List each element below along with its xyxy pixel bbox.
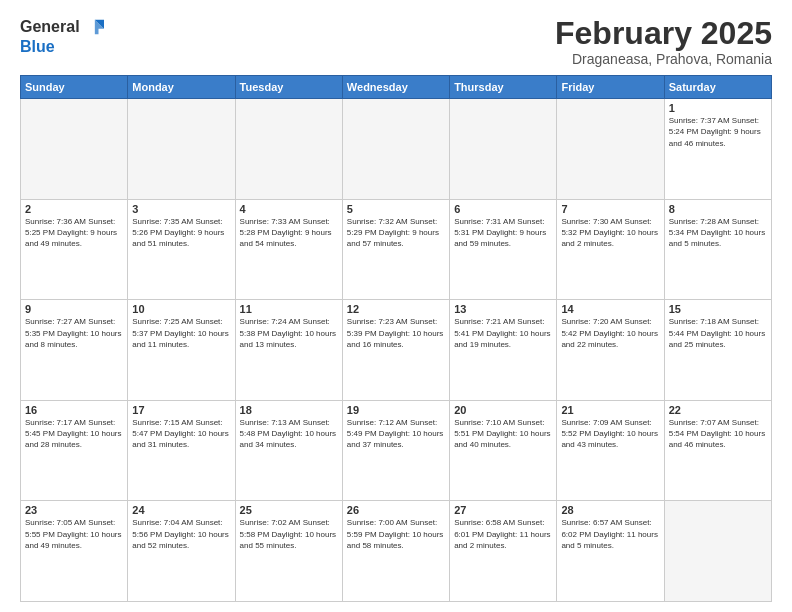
calendar-cell: 17Sunrise: 7:15 AM Sunset: 5:47 PM Dayli…	[128, 400, 235, 501]
calendar-cell: 18Sunrise: 7:13 AM Sunset: 5:48 PM Dayli…	[235, 400, 342, 501]
calendar-cell: 26Sunrise: 7:00 AM Sunset: 5:59 PM Dayli…	[342, 501, 449, 602]
day-number: 21	[561, 404, 659, 416]
day-number: 13	[454, 303, 552, 315]
day-number: 23	[25, 504, 123, 516]
calendar-cell: 8Sunrise: 7:28 AM Sunset: 5:34 PM Daylig…	[664, 199, 771, 300]
header-monday: Monday	[128, 76, 235, 99]
calendar-cell: 7Sunrise: 7:30 AM Sunset: 5:32 PM Daylig…	[557, 199, 664, 300]
day-number: 26	[347, 504, 445, 516]
day-info: Sunrise: 7:15 AM Sunset: 5:47 PM Dayligh…	[132, 417, 230, 451]
day-info: Sunrise: 7:02 AM Sunset: 5:58 PM Dayligh…	[240, 517, 338, 551]
logo: General	[20, 16, 104, 38]
weekday-header-row: Sunday Monday Tuesday Wednesday Thursday…	[21, 76, 772, 99]
logo-icon	[82, 16, 104, 38]
day-info: Sunrise: 7:27 AM Sunset: 5:35 PM Dayligh…	[25, 316, 123, 350]
day-number: 3	[132, 203, 230, 215]
day-number: 8	[669, 203, 767, 215]
calendar-cell: 16Sunrise: 7:17 AM Sunset: 5:45 PM Dayli…	[21, 400, 128, 501]
calendar-cell: 21Sunrise: 7:09 AM Sunset: 5:52 PM Dayli…	[557, 400, 664, 501]
calendar-cell: 19Sunrise: 7:12 AM Sunset: 5:49 PM Dayli…	[342, 400, 449, 501]
day-info: Sunrise: 7:28 AM Sunset: 5:34 PM Dayligh…	[669, 216, 767, 250]
day-number: 6	[454, 203, 552, 215]
day-number: 25	[240, 504, 338, 516]
calendar-cell	[342, 99, 449, 200]
day-number: 15	[669, 303, 767, 315]
calendar-cell	[128, 99, 235, 200]
calendar-cell	[235, 99, 342, 200]
calendar-cell	[21, 99, 128, 200]
month-title: February 2025	[555, 16, 772, 51]
day-info: Sunrise: 7:23 AM Sunset: 5:39 PM Dayligh…	[347, 316, 445, 350]
calendar-week-4: 23Sunrise: 7:05 AM Sunset: 5:55 PM Dayli…	[21, 501, 772, 602]
day-number: 22	[669, 404, 767, 416]
calendar-cell: 25Sunrise: 7:02 AM Sunset: 5:58 PM Dayli…	[235, 501, 342, 602]
day-info: Sunrise: 7:07 AM Sunset: 5:54 PM Dayligh…	[669, 417, 767, 451]
location-subtitle: Draganeasa, Prahova, Romania	[555, 51, 772, 67]
calendar-cell: 20Sunrise: 7:10 AM Sunset: 5:51 PM Dayli…	[450, 400, 557, 501]
header-tuesday: Tuesday	[235, 76, 342, 99]
day-number: 20	[454, 404, 552, 416]
calendar-cell: 2Sunrise: 7:36 AM Sunset: 5:25 PM Daylig…	[21, 199, 128, 300]
header-wednesday: Wednesday	[342, 76, 449, 99]
day-info: Sunrise: 7:37 AM Sunset: 5:24 PM Dayligh…	[669, 115, 767, 149]
day-info: Sunrise: 7:12 AM Sunset: 5:49 PM Dayligh…	[347, 417, 445, 451]
calendar-cell: 14Sunrise: 7:20 AM Sunset: 5:42 PM Dayli…	[557, 300, 664, 401]
day-info: Sunrise: 7:24 AM Sunset: 5:38 PM Dayligh…	[240, 316, 338, 350]
header-sunday: Sunday	[21, 76, 128, 99]
day-number: 2	[25, 203, 123, 215]
calendar-week-2: 9Sunrise: 7:27 AM Sunset: 5:35 PM Daylig…	[21, 300, 772, 401]
header-saturday: Saturday	[664, 76, 771, 99]
day-info: Sunrise: 7:36 AM Sunset: 5:25 PM Dayligh…	[25, 216, 123, 250]
day-number: 4	[240, 203, 338, 215]
day-number: 1	[669, 102, 767, 114]
calendar-cell: 6Sunrise: 7:31 AM Sunset: 5:31 PM Daylig…	[450, 199, 557, 300]
calendar-cell: 10Sunrise: 7:25 AM Sunset: 5:37 PM Dayli…	[128, 300, 235, 401]
day-number: 16	[25, 404, 123, 416]
day-number: 11	[240, 303, 338, 315]
calendar-cell: 12Sunrise: 7:23 AM Sunset: 5:39 PM Dayli…	[342, 300, 449, 401]
day-number: 18	[240, 404, 338, 416]
day-info: Sunrise: 7:31 AM Sunset: 5:31 PM Dayligh…	[454, 216, 552, 250]
day-info: Sunrise: 7:25 AM Sunset: 5:37 PM Dayligh…	[132, 316, 230, 350]
day-info: Sunrise: 7:04 AM Sunset: 5:56 PM Dayligh…	[132, 517, 230, 551]
calendar-cell: 3Sunrise: 7:35 AM Sunset: 5:26 PM Daylig…	[128, 199, 235, 300]
day-number: 28	[561, 504, 659, 516]
day-info: Sunrise: 7:17 AM Sunset: 5:45 PM Dayligh…	[25, 417, 123, 451]
day-number: 12	[347, 303, 445, 315]
day-number: 5	[347, 203, 445, 215]
logo-area: General Blue	[20, 16, 104, 56]
logo-general: General	[20, 18, 80, 36]
calendar-cell: 28Sunrise: 6:57 AM Sunset: 6:02 PM Dayli…	[557, 501, 664, 602]
day-number: 9	[25, 303, 123, 315]
calendar-cell: 22Sunrise: 7:07 AM Sunset: 5:54 PM Dayli…	[664, 400, 771, 501]
day-info: Sunrise: 7:30 AM Sunset: 5:32 PM Dayligh…	[561, 216, 659, 250]
calendar-cell: 1Sunrise: 7:37 AM Sunset: 5:24 PM Daylig…	[664, 99, 771, 200]
calendar-cell	[450, 99, 557, 200]
calendar-cell: 9Sunrise: 7:27 AM Sunset: 5:35 PM Daylig…	[21, 300, 128, 401]
calendar-cell: 11Sunrise: 7:24 AM Sunset: 5:38 PM Dayli…	[235, 300, 342, 401]
day-number: 24	[132, 504, 230, 516]
day-info: Sunrise: 7:21 AM Sunset: 5:41 PM Dayligh…	[454, 316, 552, 350]
day-info: Sunrise: 6:57 AM Sunset: 6:02 PM Dayligh…	[561, 517, 659, 551]
day-info: Sunrise: 7:00 AM Sunset: 5:59 PM Dayligh…	[347, 517, 445, 551]
title-area: February 2025 Draganeasa, Prahova, Roman…	[555, 16, 772, 67]
day-info: Sunrise: 7:18 AM Sunset: 5:44 PM Dayligh…	[669, 316, 767, 350]
day-number: 10	[132, 303, 230, 315]
calendar-cell: 15Sunrise: 7:18 AM Sunset: 5:44 PM Dayli…	[664, 300, 771, 401]
day-info: Sunrise: 7:35 AM Sunset: 5:26 PM Dayligh…	[132, 216, 230, 250]
logo-blue: Blue	[20, 38, 55, 56]
header-thursday: Thursday	[450, 76, 557, 99]
day-info: Sunrise: 7:05 AM Sunset: 5:55 PM Dayligh…	[25, 517, 123, 551]
day-info: Sunrise: 6:58 AM Sunset: 6:01 PM Dayligh…	[454, 517, 552, 551]
day-info: Sunrise: 7:13 AM Sunset: 5:48 PM Dayligh…	[240, 417, 338, 451]
header-friday: Friday	[557, 76, 664, 99]
calendar-cell: 4Sunrise: 7:33 AM Sunset: 5:28 PM Daylig…	[235, 199, 342, 300]
day-info: Sunrise: 7:32 AM Sunset: 5:29 PM Dayligh…	[347, 216, 445, 250]
day-number: 27	[454, 504, 552, 516]
calendar-table: Sunday Monday Tuesday Wednesday Thursday…	[20, 75, 772, 602]
day-number: 19	[347, 404, 445, 416]
day-number: 7	[561, 203, 659, 215]
calendar-week-3: 16Sunrise: 7:17 AM Sunset: 5:45 PM Dayli…	[21, 400, 772, 501]
day-number: 14	[561, 303, 659, 315]
day-number: 17	[132, 404, 230, 416]
